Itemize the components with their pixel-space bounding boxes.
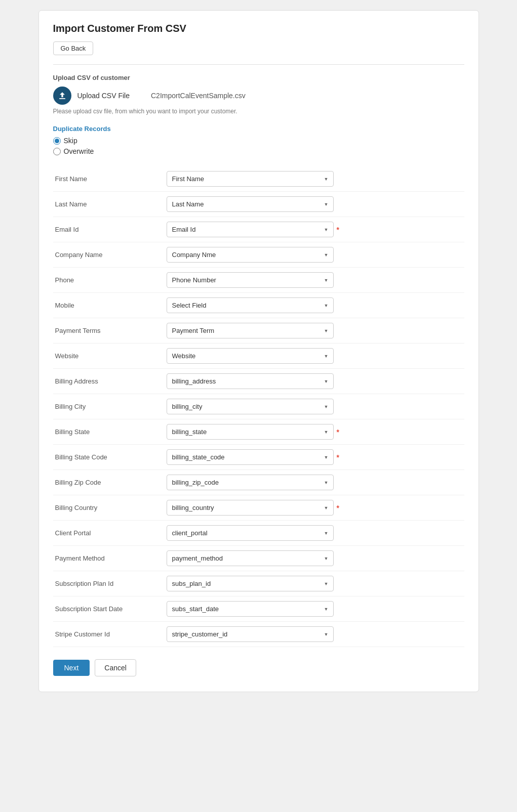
field-label: Payment Terms: [53, 318, 165, 344]
field-select-cell: billing_zip_code: [165, 470, 464, 495]
upload-section-label: Upload CSV of customer: [53, 74, 464, 81]
field-select-billing-country[interactable]: billing_country: [167, 500, 334, 516]
skip-radio[interactable]: [53, 137, 61, 145]
field-select-cell: billing_address: [165, 369, 464, 394]
field-select-payment-method[interactable]: payment_method: [167, 550, 334, 566]
field-select-cell: Email Id*: [165, 217, 464, 242]
field-select-payment-terms[interactable]: Payment Term: [167, 323, 334, 338]
required-star: *: [337, 226, 339, 234]
overwrite-radio[interactable]: [53, 148, 61, 155]
field-select-client-portal[interactable]: client_portal: [167, 525, 334, 541]
field-select-cell: billing_city: [165, 394, 464, 419]
field-select-last-name[interactable]: Last Name: [167, 196, 334, 212]
field-label: Subscription Start Date: [53, 596, 165, 622]
upload-filename: C2ImportCalEventSample.csv: [151, 92, 246, 100]
field-select-cell: subs_start_date: [165, 596, 464, 622]
table-row: Billing Citybilling_city: [53, 394, 464, 419]
table-row: Billing State Codebilling_state_code*: [53, 445, 464, 470]
field-label: Client Portal: [53, 521, 165, 546]
go-back-button[interactable]: Go Back: [53, 41, 94, 55]
table-row: Client Portalclient_portal: [53, 521, 464, 546]
field-select-mobile[interactable]: Select Field: [167, 297, 334, 313]
field-select-cell: Select Field: [165, 293, 464, 318]
field-select-subscription-plan-id[interactable]: subs_plan_id: [167, 576, 334, 591]
field-label: Phone: [53, 268, 165, 293]
bottom-buttons: Next Cancel: [53, 659, 464, 676]
table-row: Stripe Customer Idstripe_customer_id: [53, 622, 464, 647]
field-select-first-name[interactable]: First Name: [167, 171, 334, 187]
field-label: Last Name: [53, 192, 165, 217]
field-select-cell: billing_country*: [165, 495, 464, 521]
required-star: *: [337, 428, 339, 436]
field-select-company-name[interactable]: Company Nme: [167, 247, 334, 263]
cancel-button[interactable]: Cancel: [95, 659, 136, 676]
field-select-billing-state[interactable]: billing_state: [167, 424, 334, 440]
field-label: Email Id: [53, 217, 165, 242]
field-label: Billing Country: [53, 495, 165, 521]
table-row: Billing Statebilling_state*: [53, 419, 464, 445]
field-label: Mobile: [53, 293, 165, 318]
table-row: Payment TermsPayment Term: [53, 318, 464, 344]
field-select-cell: stripe_customer_id: [165, 622, 464, 647]
next-button[interactable]: Next: [53, 660, 90, 676]
field-select-website[interactable]: Website: [167, 348, 334, 364]
field-label: Payment Method: [53, 546, 165, 571]
overwrite-radio-row: Overwrite: [53, 147, 464, 155]
upload-label[interactable]: Upload CSV File: [77, 92, 130, 100]
field-select-billing-city[interactable]: billing_city: [167, 399, 334, 414]
field-select-cell: client_portal: [165, 521, 464, 546]
upload-hint: Please upload csv file, from which you w…: [53, 108, 464, 115]
table-row: Subscription Plan Idsubs_plan_id: [53, 571, 464, 596]
table-row: WebsiteWebsite: [53, 344, 464, 369]
field-select-billing-address[interactable]: billing_address: [167, 373, 334, 389]
field-select-cell: Phone Number: [165, 268, 464, 293]
field-select-subscription-start-date[interactable]: subs_start_date: [167, 601, 334, 617]
table-row: Last NameLast Name: [53, 192, 464, 217]
table-row: Billing Zip Codebilling_zip_code: [53, 470, 464, 495]
table-row: Company NameCompany Nme: [53, 242, 464, 268]
table-row: First NameFirst Name: [53, 166, 464, 192]
field-select-cell: First Name: [165, 166, 464, 192]
field-label: Website: [53, 344, 165, 369]
skip-radio-row: Skip: [53, 137, 464, 145]
upload-row: Upload CSV File C2ImportCalEventSample.c…: [53, 87, 464, 105]
main-card: Import Customer From CSV Go Back Upload …: [38, 10, 479, 692]
field-select-cell: Company Nme: [165, 242, 464, 268]
duplicate-title: Duplicate Records: [53, 125, 464, 133]
overwrite-label[interactable]: Overwrite: [64, 147, 94, 155]
field-label: Billing City: [53, 394, 165, 419]
field-select-stripe-customer-id[interactable]: stripe_customer_id: [167, 626, 334, 642]
page-title: Import Customer From CSV: [53, 23, 464, 34]
field-select-cell: Last Name: [165, 192, 464, 217]
field-select-cell: subs_plan_id: [165, 571, 464, 596]
required-star: *: [337, 453, 339, 461]
duplicate-section: Duplicate Records Skip Overwrite: [53, 125, 464, 155]
field-label: Billing State: [53, 419, 165, 445]
field-label: Billing Zip Code: [53, 470, 165, 495]
table-row: Email IdEmail Id*: [53, 217, 464, 242]
table-row: Payment Methodpayment_method: [53, 546, 464, 571]
field-select-cell: payment_method: [165, 546, 464, 571]
table-row: Subscription Start Datesubs_start_date: [53, 596, 464, 622]
field-select-cell: billing_state_code*: [165, 445, 464, 470]
field-label: Subscription Plan Id: [53, 571, 165, 596]
field-label: Billing Address: [53, 369, 165, 394]
table-row: Billing Countrybilling_country*: [53, 495, 464, 521]
required-star: *: [337, 504, 339, 512]
divider: [53, 64, 464, 65]
field-select-email-id[interactable]: Email Id: [167, 222, 334, 237]
field-label: First Name: [53, 166, 165, 192]
field-select-billing-zip-code[interactable]: billing_zip_code: [167, 475, 334, 490]
upload-icon[interactable]: [53, 87, 71, 105]
field-select-phone[interactable]: Phone Number: [167, 272, 334, 288]
field-select-cell: billing_state*: [165, 419, 464, 445]
field-select-cell: Website: [165, 344, 464, 369]
field-select-billing-state-code[interactable]: billing_state_code: [167, 449, 334, 465]
field-select-cell: Payment Term: [165, 318, 464, 344]
fields-table: First NameFirst NameLast NameLast NameEm…: [53, 166, 464, 647]
table-row: Billing Addressbilling_address: [53, 369, 464, 394]
table-row: MobileSelect Field: [53, 293, 464, 318]
table-row: PhonePhone Number: [53, 268, 464, 293]
field-label: Company Name: [53, 242, 165, 268]
skip-label[interactable]: Skip: [64, 137, 77, 145]
